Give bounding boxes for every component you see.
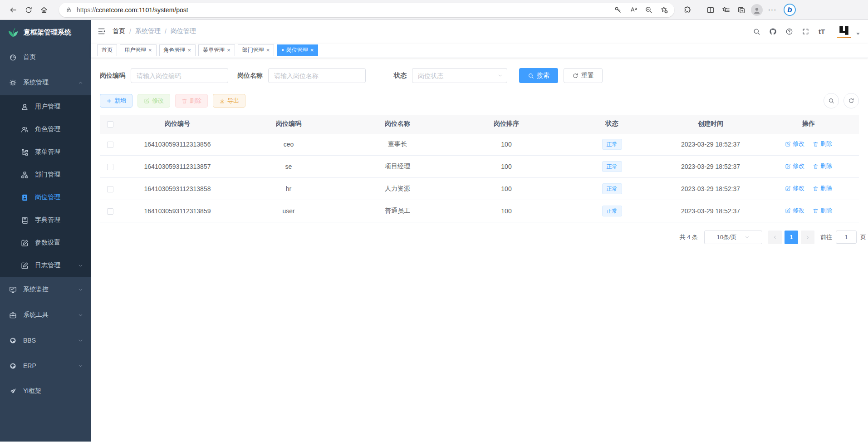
password-key-icon[interactable] — [610, 2, 625, 18]
edit-button[interactable]: 修改 — [137, 94, 170, 108]
prev-page-button[interactable] — [768, 231, 782, 244]
status-select[interactable] — [412, 68, 507, 83]
table-row[interactable]: 1641030593112313857 se 项目经理 100 正常 2023-… — [100, 155, 859, 177]
tab-user-management[interactable]: 用户管理 × — [120, 44, 157, 56]
sidebar-item-bbs[interactable]: BBS — [0, 328, 91, 353]
row-edit-label: 修改 — [793, 184, 804, 192]
cell-post-name: 董事长 — [343, 133, 452, 155]
cell-post-id: 1641030593112313857 — [121, 155, 234, 177]
sidebar-item-monitor[interactable]: 系统监控 — [0, 277, 91, 302]
post-name-input[interactable] — [268, 68, 366, 83]
close-icon[interactable]: × — [148, 47, 152, 53]
sidebar-item-roles[interactable]: 角色管理 — [0, 118, 91, 141]
read-aloud-icon[interactable] — [625, 2, 641, 18]
address-bar[interactable]: https://ccnetcore.com:1101/system/post — [59, 3, 674, 17]
browser-home-button[interactable] — [36, 2, 52, 18]
sidebar-item-logs[interactable]: 日志管理 — [0, 254, 91, 277]
sidebar-item-departments[interactable]: 部门管理 — [0, 163, 91, 186]
row-edit-button[interactable]: 修改 — [785, 140, 804, 148]
cell-created-time: 2023-03-29 18:52:37 — [663, 133, 758, 155]
search-button-label: 搜索 — [537, 72, 549, 80]
help-icon[interactable] — [781, 23, 797, 39]
zoom-out-icon[interactable] — [641, 2, 656, 18]
search-icon — [528, 73, 534, 79]
row-checkbox[interactable] — [107, 208, 113, 215]
sidebar-item-posts[interactable]: 岗位管理 — [0, 186, 91, 209]
export-button[interactable]: 导出 — [213, 94, 245, 108]
delete-button[interactable]: 删除 — [175, 94, 208, 108]
row-edit-button[interactable]: 修改 — [785, 206, 804, 215]
tab-menu-management[interactable]: 菜单管理 × — [198, 44, 235, 56]
browser-menu-button[interactable]: ··· — [765, 2, 780, 18]
select-all-checkbox[interactable] — [107, 121, 113, 128]
fullscreen-icon[interactable] — [797, 23, 814, 39]
sidebar-item-menus[interactable]: 菜单管理 — [0, 141, 91, 163]
refresh-table-button[interactable] — [843, 93, 859, 108]
toggle-search-button[interactable] — [824, 93, 839, 108]
sidebar-item-users[interactable]: 用户管理 — [0, 95, 91, 118]
close-icon[interactable]: × — [310, 47, 314, 53]
tab-post-management[interactable]: ● 岗位管理 × — [277, 44, 318, 56]
collections-icon[interactable] — [734, 2, 749, 18]
extensions-icon[interactable] — [680, 2, 695, 18]
sidebar-item-system[interactable]: 系统管理 — [0, 70, 91, 95]
header-search-icon[interactable] — [748, 23, 765, 39]
page-size-select[interactable]: 10条/页 — [704, 231, 762, 244]
url-text[interactable]: https://ccnetcore.com:1101/system/post — [77, 6, 610, 14]
row-delete-button[interactable]: 删除 — [813, 184, 832, 192]
split-screen-icon[interactable] — [703, 2, 718, 18]
row-edit-button[interactable]: 修改 — [785, 184, 804, 192]
sidebar-item-home[interactable]: 首页 — [0, 44, 91, 70]
sidebar-item-dictionary[interactable]: 字典管理 — [0, 209, 91, 231]
table-header-cell: 创建时间 — [663, 115, 758, 133]
browser-back-button[interactable] — [5, 2, 21, 18]
tab-label: 首页 — [102, 46, 113, 54]
page-number-button[interactable]: 1 — [785, 231, 798, 244]
next-page-button[interactable] — [801, 231, 814, 244]
edit-icon — [144, 98, 150, 104]
sidebar-item-label: 系统工具 — [23, 311, 49, 319]
sidebar-collapse-button[interactable] — [91, 20, 113, 43]
avatar-caret-down-icon[interactable] — [856, 33, 860, 35]
user-avatar[interactable] — [837, 25, 851, 38]
table-row[interactable]: 1641030593112313859 user 普通员工 100 正常 202… — [100, 200, 859, 222]
row-checkbox[interactable] — [107, 164, 113, 170]
close-icon[interactable]: × — [266, 47, 270, 53]
row-delete-button[interactable]: 删除 — [813, 162, 832, 170]
monitor-icon — [9, 286, 17, 294]
tab-role-management[interactable]: 角色管理 × — [159, 44, 196, 56]
row-delete-button[interactable]: 删除 — [813, 140, 832, 148]
tab-department-management[interactable]: 部门管理 × — [238, 44, 275, 56]
globe-icon — [9, 362, 17, 370]
close-icon[interactable]: × — [188, 47, 191, 53]
row-delete-button[interactable]: 删除 — [813, 206, 832, 215]
browser-profile-avatar[interactable] — [749, 2, 765, 18]
page-jump-input[interactable] — [836, 231, 857, 244]
sidebar-item-tools[interactable]: 系统工具 — [0, 302, 91, 328]
favorite-add-icon[interactable] — [656, 2, 672, 18]
bing-chat-icon[interactable]: b — [784, 4, 796, 16]
row-checkbox[interactable] — [107, 142, 113, 148]
table-row[interactable]: 1641030593112313858 hr 人力资源 100 正常 2023-… — [100, 177, 859, 200]
sidebar-item-label: 系统管理 — [23, 79, 49, 87]
breadcrumb-home[interactable]: 首页 — [113, 27, 125, 35]
table-header-cell: 岗位名称 — [343, 115, 452, 133]
font-size-icon[interactable]: tT — [814, 23, 830, 39]
tab-home[interactable]: 首页 — [97, 44, 117, 56]
github-icon[interactable] — [765, 23, 781, 39]
close-icon[interactable]: × — [227, 47, 230, 53]
pagination-total: 共 4 条 — [680, 233, 698, 241]
post-code-input[interactable] — [131, 68, 228, 83]
row-checkbox[interactable] — [107, 186, 113, 192]
reset-button[interactable]: 重置 — [564, 68, 603, 83]
status-select-input[interactable] — [412, 68, 507, 83]
row-edit-button[interactable]: 修改 — [785, 162, 804, 170]
sidebar-item-yi-framework[interactable]: Yi框架 — [0, 378, 91, 404]
favorites-bar-icon[interactable] — [718, 2, 734, 18]
table-row[interactable]: 1641030593112313856 ceo 董事长 100 正常 2023-… — [100, 133, 859, 155]
search-button[interactable]: 搜索 — [519, 68, 558, 83]
sidebar-item-erp[interactable]: ERP — [0, 353, 91, 378]
add-button[interactable]: 新增 — [100, 94, 132, 108]
browser-refresh-button[interactable] — [21, 2, 36, 18]
sidebar-item-parameters[interactable]: 参数设置 — [0, 231, 91, 254]
